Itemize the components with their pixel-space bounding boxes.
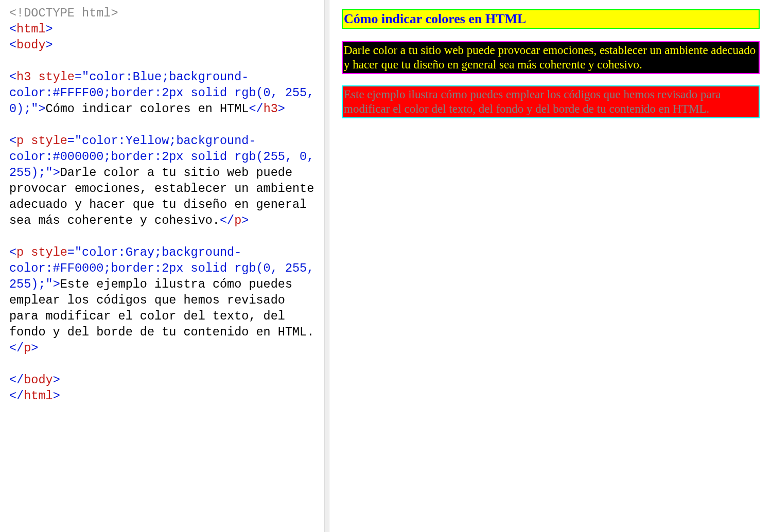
code-pane[interactable]: <!DOCTYPE html> <html> <body> <h3 style=… xyxy=(0,0,324,532)
split-view: <!DOCTYPE html> <html> <body> <h3 style=… xyxy=(0,0,772,532)
code-body-close: </body> xyxy=(9,373,60,387)
code-doctype: <!DOCTYPE html> xyxy=(9,6,118,20)
code-body-open: <body> xyxy=(9,38,53,52)
preview-paragraph-1: Darle color a tu sitio web puede provoca… xyxy=(342,41,760,74)
code-html-open: <html> xyxy=(9,22,53,36)
code-p2-close: </p> xyxy=(9,341,38,355)
code-p1-close: </p> xyxy=(220,214,249,227)
pane-divider[interactable] xyxy=(324,0,329,532)
preview-heading: Cómo indicar colores en HTML xyxy=(342,9,760,29)
code-h3-close: </h3> xyxy=(249,102,285,116)
code-h3-text: Cómo indicar colores en HTML xyxy=(46,102,249,116)
code-html-close: </html> xyxy=(9,389,60,403)
preview-pane: Cómo indicar colores en HTML Darle color… xyxy=(329,0,772,532)
preview-paragraph-2: Este ejemplo ilustra cómo puedes emplear… xyxy=(342,85,760,118)
